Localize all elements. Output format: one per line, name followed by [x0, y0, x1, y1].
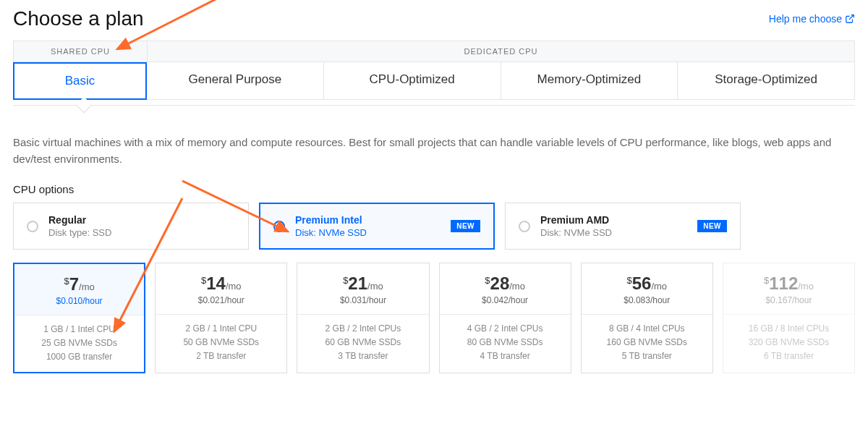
spec-ram-cpu: 16 GB / 8 Intel CPUs — [723, 322, 854, 336]
price-card-21[interactable]: $21/mo$0.031/hour2 GB / 2 Intel CPUs60 G… — [297, 263, 429, 373]
spec-disk: 80 GB NVMe SSDs — [440, 336, 571, 349]
cpu-option-disk: Disk: NVMe SSD — [295, 227, 441, 238]
spec-disk: 25 GB NVMe SSDs — [14, 336, 144, 350]
plan-tabs-row: Basic General Purpose CPU-Optimized Memo… — [13, 62, 855, 100]
price-hour: $0.021/hour — [156, 295, 286, 305]
price-card-14[interactable]: $14/mo$0.021/hour2 GB / 1 Intel CPU50 GB… — [155, 263, 287, 373]
radio-icon — [273, 221, 285, 232]
price-main: $21/mo — [297, 273, 428, 294]
price-hour: $0.042/hour — [440, 295, 571, 305]
cpu-option-name: Premium AMD — [540, 214, 687, 226]
radio-icon — [519, 221, 530, 232]
new-badge: NEW — [697, 220, 727, 232]
price-card-7[interactable]: $7/mo$0.010/hour1 GB / 1 Intel CPU25 GB … — [13, 263, 145, 373]
price-cards-row: $7/mo$0.010/hour1 GB / 1 Intel CPU25 GB … — [13, 263, 855, 373]
price-main: $14/mo — [156, 273, 286, 294]
price-card-28[interactable]: $28/mo$0.042/hour4 GB / 2 Intel CPUs80 G… — [439, 263, 571, 373]
external-link-icon — [845, 14, 855, 24]
spec-disk: 320 GB NVMe SSDs — [723, 336, 854, 349]
shared-cpu-header: SHARED CPU — [14, 41, 148, 61]
cpu-option-premium-amd[interactable]: Premium AMDDisk: NVMe SSDNEW — [505, 203, 741, 250]
price-hour: $0.083/hour — [582, 295, 712, 305]
tab-memory-optimized[interactable]: Memory-Optimized — [501, 62, 678, 100]
spec-ram-cpu: 4 GB / 2 Intel CPUs — [440, 322, 571, 336]
cpu-option-disk: Disk: NVMe SSD — [540, 227, 687, 238]
spec-ram-cpu: 8 GB / 4 Intel CPUs — [582, 322, 712, 336]
price-main: $56/mo — [582, 273, 712, 294]
cpu-category-header: SHARED CPU DEDICATED CPU — [13, 41, 855, 62]
spec-transfer: 1000 GB transfer — [14, 350, 144, 364]
cpu-options-label: CPU options — [13, 183, 855, 195]
spec-transfer: 6 TB transfer — [723, 349, 854, 363]
spec-ram-cpu: 2 GB / 1 Intel CPU — [156, 322, 286, 336]
spec-disk: 60 GB NVMe SSDs — [297, 336, 428, 349]
price-hour: $0.010/hour — [14, 296, 144, 306]
spec-transfer: 2 TB transfer — [156, 349, 286, 363]
tab-cpu-optimized[interactable]: CPU-Optimized — [324, 62, 501, 100]
price-hour: $0.167/hour — [723, 295, 854, 305]
tab-storage-optimized[interactable]: Storage-Optimized — [678, 62, 855, 100]
help-me-choose-link[interactable]: Help me choose — [769, 13, 855, 25]
plan-description: Basic virtual machines with a mix of mem… — [13, 135, 855, 167]
price-card-112: $112/mo$0.167/hour16 GB / 8 Intel CPUs32… — [723, 263, 855, 373]
cpu-option-premium-intel[interactable]: Premium IntelDisk: NVMe SSDNEW — [259, 203, 495, 250]
price-main: $28/mo — [440, 273, 571, 294]
price-hour: $0.031/hour — [297, 295, 428, 305]
cpu-option-regular[interactable]: RegularDisk type: SSD — [13, 203, 249, 250]
svg-line-0 — [849, 15, 854, 20]
spec-transfer: 3 TB transfer — [297, 349, 428, 363]
spec-disk: 160 GB NVMe SSDs — [582, 336, 712, 349]
help-link-text: Help me choose — [769, 13, 842, 25]
price-card-56[interactable]: $56/mo$0.083/hour8 GB / 4 Intel CPUs160 … — [581, 263, 713, 373]
cpu-option-disk: Disk type: SSD — [48, 227, 235, 238]
radio-icon — [27, 221, 38, 232]
cpu-option-name: Premium Intel — [295, 214, 441, 226]
spec-transfer: 4 TB transfer — [440, 349, 571, 363]
new-badge: NEW — [451, 220, 480, 232]
tab-basic[interactable]: Basic — [13, 62, 147, 100]
tab-indicator — [13, 100, 855, 122]
price-main: $112/mo — [723, 273, 854, 294]
spec-transfer: 5 TB transfer — [582, 349, 712, 363]
spec-disk: 50 GB NVMe SSDs — [156, 336, 286, 349]
spec-ram-cpu: 2 GB / 2 Intel CPUs — [297, 322, 428, 336]
dedicated-cpu-header: DEDICATED CPU — [148, 41, 854, 61]
price-main: $7/mo — [14, 274, 144, 294]
cpu-option-name: Regular — [48, 214, 235, 226]
tab-general-purpose[interactable]: General Purpose — [147, 62, 324, 100]
cpu-options-row: RegularDisk type: SSDPremium IntelDisk: … — [13, 203, 855, 250]
spec-ram-cpu: 1 GB / 1 Intel CPU — [14, 323, 144, 336]
page-title: Choose a plan — [13, 7, 144, 30]
